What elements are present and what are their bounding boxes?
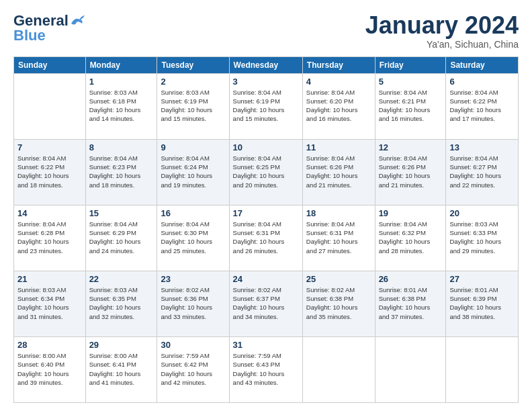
day-info: Sunrise: 8:01 AM Sunset: 6:39 PM Dayligh… <box>449 285 515 321</box>
month-title: January 2024 <box>365 12 519 39</box>
calendar-cell: 25Sunrise: 8:02 AM Sunset: 6:38 PM Dayli… <box>302 271 375 336</box>
calendar-cell: 7Sunrise: 8:04 AM Sunset: 6:22 PM Daylig… <box>14 139 86 205</box>
day-info: Sunrise: 8:04 AM Sunset: 6:32 PM Dayligh… <box>379 220 443 255</box>
calendar-cell: 29Sunrise: 8:00 AM Sunset: 6:41 PM Dayli… <box>85 336 157 402</box>
calendar-week-row: 7Sunrise: 8:04 AM Sunset: 6:22 PM Daylig… <box>14 139 519 205</box>
day-number: 31 <box>233 340 299 350</box>
day-number: 1 <box>89 77 154 87</box>
calendar-cell: 8Sunrise: 8:04 AM Sunset: 6:23 PM Daylig… <box>85 139 157 205</box>
calendar-cell: 15Sunrise: 8:04 AM Sunset: 6:29 PM Dayli… <box>85 205 157 271</box>
day-number: 22 <box>89 274 154 284</box>
day-number: 18 <box>306 208 371 218</box>
logo: General Blue <box>13 12 85 44</box>
day-number: 29 <box>89 340 154 350</box>
calendar-cell: 21Sunrise: 8:03 AM Sunset: 6:34 PM Dayli… <box>14 271 86 336</box>
day-number: 23 <box>161 274 225 284</box>
day-number: 8 <box>89 142 154 152</box>
calendar-cell: 2Sunrise: 8:03 AM Sunset: 6:19 PM Daylig… <box>157 73 229 139</box>
day-info: Sunrise: 8:03 AM Sunset: 6:18 PM Dayligh… <box>89 88 154 124</box>
page: General Blue January 2024 Ya'an, Sichuan… <box>0 0 532 411</box>
day-info: Sunrise: 8:04 AM Sunset: 6:22 PM Dayligh… <box>449 88 515 124</box>
day-info: Sunrise: 8:03 AM Sunset: 6:19 PM Dayligh… <box>161 88 225 124</box>
calendar-cell: 26Sunrise: 8:01 AM Sunset: 6:38 PM Dayli… <box>375 271 446 336</box>
weekday-header-thursday: Thursday <box>302 56 375 73</box>
calendar-cell: 6Sunrise: 8:04 AM Sunset: 6:22 PM Daylig… <box>446 73 519 139</box>
weekday-header-friday: Friday <box>375 56 446 73</box>
header: General Blue January 2024 Ya'an, Sichuan… <box>13 12 519 50</box>
calendar-cell: 3Sunrise: 8:04 AM Sunset: 6:19 PM Daylig… <box>229 73 302 139</box>
weekday-header-wednesday: Wednesday <box>229 56 302 73</box>
weekday-header-tuesday: Tuesday <box>157 56 229 73</box>
day-number: 4 <box>306 77 371 87</box>
day-info: Sunrise: 8:04 AM Sunset: 6:23 PM Dayligh… <box>89 154 154 189</box>
day-number: 28 <box>17 340 82 350</box>
day-info: Sunrise: 8:04 AM Sunset: 6:26 PM Dayligh… <box>379 154 443 189</box>
day-info: Sunrise: 8:00 AM Sunset: 6:41 PM Dayligh… <box>89 351 154 387</box>
calendar-cell: 31Sunrise: 7:59 AM Sunset: 6:43 PM Dayli… <box>229 336 302 402</box>
day-number: 24 <box>233 274 299 284</box>
calendar-cell: 10Sunrise: 8:04 AM Sunset: 6:25 PM Dayli… <box>229 139 302 205</box>
weekday-header-saturday: Saturday <box>446 56 519 73</box>
day-number: 10 <box>233 142 299 152</box>
day-number: 9 <box>161 142 225 152</box>
day-number: 16 <box>161 208 225 218</box>
weekday-header-monday: Monday <box>85 56 157 73</box>
calendar-cell: 1Sunrise: 8:03 AM Sunset: 6:18 PM Daylig… <box>85 73 157 139</box>
day-info: Sunrise: 8:04 AM Sunset: 6:27 PM Dayligh… <box>449 154 515 189</box>
day-number: 13 <box>449 142 515 152</box>
day-number: 19 <box>379 208 443 218</box>
day-number: 21 <box>17 274 82 284</box>
day-info: Sunrise: 8:04 AM Sunset: 6:22 PM Dayligh… <box>17 154 82 189</box>
calendar-week-row: 1Sunrise: 8:03 AM Sunset: 6:18 PM Daylig… <box>14 73 519 139</box>
calendar-cell: 17Sunrise: 8:04 AM Sunset: 6:31 PM Dayli… <box>229 205 302 271</box>
day-info: Sunrise: 8:04 AM Sunset: 6:19 PM Dayligh… <box>233 88 299 124</box>
calendar-cell <box>302 336 375 402</box>
day-number: 2 <box>161 77 225 87</box>
calendar-cell: 13Sunrise: 8:04 AM Sunset: 6:27 PM Dayli… <box>446 139 519 205</box>
day-info: Sunrise: 8:04 AM Sunset: 6:26 PM Dayligh… <box>306 154 371 189</box>
calendar-week-row: 14Sunrise: 8:04 AM Sunset: 6:28 PM Dayli… <box>14 205 519 271</box>
calendar-cell: 30Sunrise: 7:59 AM Sunset: 6:42 PM Dayli… <box>157 336 229 402</box>
day-info: Sunrise: 8:02 AM Sunset: 6:37 PM Dayligh… <box>233 285 299 321</box>
calendar-cell: 9Sunrise: 8:04 AM Sunset: 6:24 PM Daylig… <box>157 139 229 205</box>
calendar-cell: 23Sunrise: 8:02 AM Sunset: 6:36 PM Dayli… <box>157 271 229 336</box>
calendar-cell: 14Sunrise: 8:04 AM Sunset: 6:28 PM Dayli… <box>14 205 86 271</box>
calendar-cell: 16Sunrise: 8:04 AM Sunset: 6:30 PM Dayli… <box>157 205 229 271</box>
calendar-cell: 18Sunrise: 8:04 AM Sunset: 6:31 PM Dayli… <box>302 205 375 271</box>
day-number: 6 <box>449 77 515 87</box>
day-info: Sunrise: 8:04 AM Sunset: 6:28 PM Dayligh… <box>17 220 82 255</box>
logo-bird-icon <box>70 14 85 28</box>
day-number: 5 <box>379 77 443 87</box>
day-info: Sunrise: 8:04 AM Sunset: 6:31 PM Dayligh… <box>306 220 371 255</box>
calendar-cell: 5Sunrise: 8:04 AM Sunset: 6:21 PM Daylig… <box>375 73 446 139</box>
day-number: 30 <box>161 340 225 350</box>
weekday-header-sunday: Sunday <box>14 56 86 73</box>
calendar-cell: 4Sunrise: 8:04 AM Sunset: 6:20 PM Daylig… <box>302 73 375 139</box>
logo-blue: Blue <box>13 27 46 44</box>
day-info: Sunrise: 8:04 AM Sunset: 6:21 PM Dayligh… <box>379 88 443 124</box>
calendar-cell: 24Sunrise: 8:02 AM Sunset: 6:37 PM Dayli… <box>229 271 302 336</box>
calendar-week-row: 21Sunrise: 8:03 AM Sunset: 6:34 PM Dayli… <box>14 271 519 336</box>
title-block: January 2024 Ya'an, Sichuan, China <box>365 12 519 50</box>
calendar-cell: 19Sunrise: 8:04 AM Sunset: 6:32 PM Dayli… <box>375 205 446 271</box>
day-info: Sunrise: 8:02 AM Sunset: 6:38 PM Dayligh… <box>306 285 371 321</box>
day-info: Sunrise: 8:03 AM Sunset: 6:33 PM Dayligh… <box>449 220 515 255</box>
day-info: Sunrise: 8:04 AM Sunset: 6:25 PM Dayligh… <box>233 154 299 189</box>
calendar-cell <box>446 336 519 402</box>
day-info: Sunrise: 8:01 AM Sunset: 6:38 PM Dayligh… <box>379 285 443 321</box>
day-info: Sunrise: 7:59 AM Sunset: 6:43 PM Dayligh… <box>233 351 299 387</box>
day-info: Sunrise: 8:04 AM Sunset: 6:31 PM Dayligh… <box>233 220 299 255</box>
day-info: Sunrise: 8:04 AM Sunset: 6:29 PM Dayligh… <box>89 220 154 255</box>
weekday-header-row: SundayMondayTuesdayWednesdayThursdayFrid… <box>14 56 519 73</box>
day-info: Sunrise: 8:04 AM Sunset: 6:24 PM Dayligh… <box>161 154 225 189</box>
calendar-cell <box>375 336 446 402</box>
day-number: 27 <box>449 274 515 284</box>
calendar-week-row: 28Sunrise: 8:00 AM Sunset: 6:40 PM Dayli… <box>14 336 519 402</box>
day-number: 25 <box>306 274 371 284</box>
day-info: Sunrise: 8:04 AM Sunset: 6:30 PM Dayligh… <box>161 220 225 255</box>
day-number: 11 <box>306 142 371 152</box>
day-info: Sunrise: 8:04 AM Sunset: 6:20 PM Dayligh… <box>306 88 371 124</box>
calendar-cell: 22Sunrise: 8:03 AM Sunset: 6:35 PM Dayli… <box>85 271 157 336</box>
day-number: 17 <box>233 208 299 218</box>
calendar-cell <box>14 73 86 139</box>
